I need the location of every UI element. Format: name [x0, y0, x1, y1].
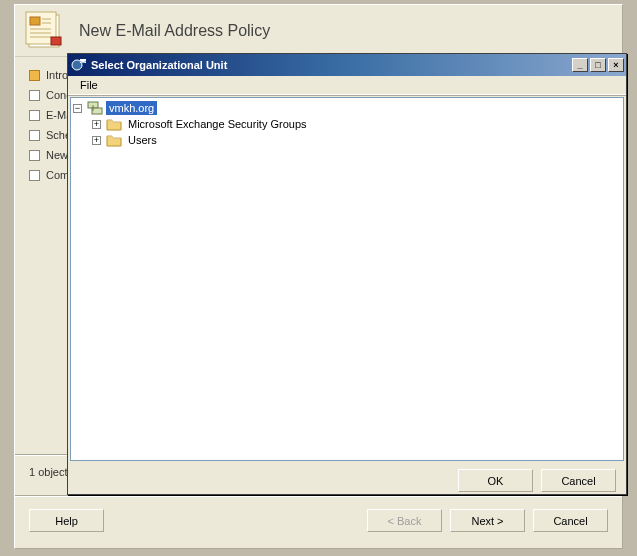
step-marker-icon — [29, 110, 40, 121]
step-marker-icon — [29, 130, 40, 141]
tree-root-node[interactable]: − vmkh.org — [73, 100, 621, 116]
ok-button[interactable]: OK — [458, 469, 533, 492]
titlebar[interactable]: Select Organizational Unit _ □ × — [68, 54, 626, 76]
svg-rect-11 — [80, 59, 86, 63]
wizard-icon — [25, 11, 65, 51]
help-button[interactable]: Help — [29, 509, 104, 532]
next-button[interactable]: Next > — [450, 509, 525, 532]
wizard-title: New E-Mail Address Policy — [79, 22, 270, 40]
cancel-button[interactable]: Cancel — [541, 469, 616, 492]
menu-file[interactable]: File — [72, 77, 106, 93]
wizard-button-bar: Help < Back Next > Cancel — [15, 497, 622, 544]
maximize-button[interactable]: □ — [590, 58, 606, 72]
tree-root-label[interactable]: vmkh.org — [106, 101, 157, 115]
step-marker-icon — [29, 170, 40, 181]
tree-node-label[interactable]: Users — [125, 133, 160, 147]
step-marker-icon — [29, 90, 40, 101]
ou-tree[interactable]: − vmkh.org + Microsoft Exchange Security… — [70, 97, 624, 461]
collapse-icon[interactable]: − — [73, 104, 82, 113]
expand-icon[interactable]: + — [92, 120, 101, 129]
select-ou-dialog: Select Organizational Unit _ □ × File − … — [67, 53, 627, 495]
svg-rect-2 — [30, 17, 40, 25]
step-marker-icon — [29, 70, 40, 81]
minimize-button[interactable]: _ — [572, 58, 588, 72]
tree-child-node[interactable]: + Users — [73, 132, 621, 148]
domain-icon — [87, 100, 103, 116]
tree-node-label[interactable]: Microsoft Exchange Security Groups — [125, 117, 310, 131]
step-marker-icon — [29, 150, 40, 161]
dialog-title: Select Organizational Unit — [91, 59, 227, 71]
app-icon — [71, 57, 87, 73]
wizard-header: New E-Mail Address Policy — [15, 5, 622, 57]
expand-icon[interactable]: + — [92, 136, 101, 145]
menu-bar: File — [68, 76, 626, 95]
folder-icon — [106, 116, 122, 132]
cancel-button[interactable]: Cancel — [533, 509, 608, 532]
svg-rect-8 — [51, 37, 61, 45]
close-button[interactable]: × — [608, 58, 624, 72]
tree-child-node[interactable]: + Microsoft Exchange Security Groups — [73, 116, 621, 132]
folder-icon — [106, 132, 122, 148]
dialog-button-bar: OK Cancel — [68, 463, 626, 500]
back-button[interactable]: < Back — [367, 509, 442, 532]
